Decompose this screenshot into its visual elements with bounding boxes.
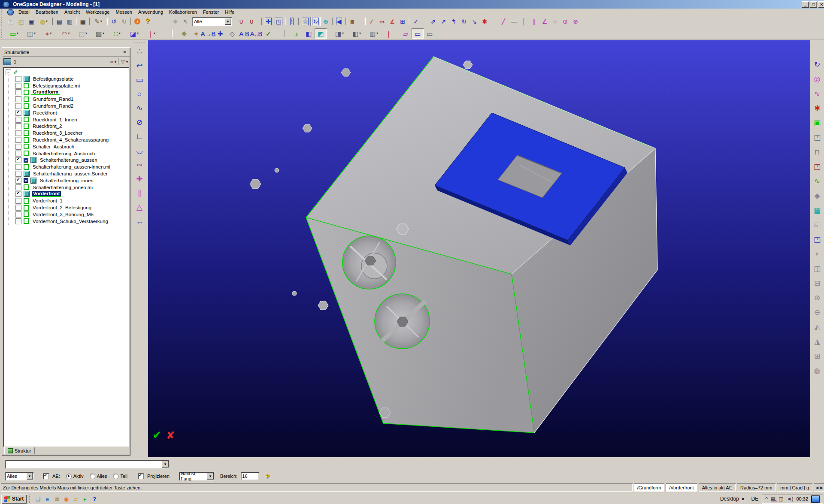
- status-field-grundform[interactable]: /Grundform: [634, 483, 665, 492]
- help-icon[interactable]: ?: [142, 17, 153, 26]
- tree-item[interactable]: Rueckfront_2: [9, 123, 129, 130]
- tab-struktur[interactable]: Struktur: [4, 447, 35, 454]
- pan-view-icon[interactable]: ✚: [263, 17, 273, 26]
- visibility-checkbox[interactable]: [15, 211, 21, 217]
- save-icon[interactable]: ▣: [26, 17, 36, 26]
- fix-position-icon[interactable]: ✱: [479, 17, 490, 26]
- menu-messen[interactable]: Messen: [112, 9, 135, 15]
- paste-icon[interactable]: ▥: [64, 17, 75, 26]
- section-view-icon[interactable]: ◧: [303, 28, 315, 39]
- collapse-icon[interactable]: −: [6, 69, 11, 75]
- launch-help-icon[interactable]: ?: [90, 495, 99, 503]
- center-view-icon[interactable]: !: [287, 17, 297, 26]
- toolbar-grip[interactable]: [1, 17, 4, 26]
- toolbar-grip[interactable]: [1, 29, 4, 38]
- visibility-checkbox[interactable]: [15, 151, 21, 157]
- visibility-checkbox[interactable]: [15, 144, 21, 150]
- extrude-tool-icon[interactable]: ◳: [811, 131, 823, 143]
- launch-mail-icon[interactable]: ✉: [52, 495, 61, 503]
- stamp-tool-icon[interactable]: ◫: [811, 263, 823, 275]
- cancel-x-button[interactable]: ✘: [166, 429, 175, 441]
- tree-item[interactable]: Schalterhalterung_aussen.Sonder: [9, 170, 129, 177]
- status-field-radius[interactable]: Radius=72 mm: [737, 483, 776, 492]
- status-field-units[interactable]: mm | Grad | g: [777, 483, 812, 492]
- sketch-freehand-icon[interactable]: ∾: [133, 158, 146, 171]
- tree-item[interactable]: Schalterhalterung_aussen-innen.mi: [9, 163, 129, 170]
- sketch-hline-icon[interactable]: —: [509, 17, 519, 26]
- zoom-window-icon[interactable]: ◳: [273, 17, 284, 26]
- tree-item[interactable]: Befestigungsplatte.mi: [9, 82, 129, 89]
- punch-tool-icon[interactable]: ⊟: [811, 277, 823, 289]
- chevron-icon[interactable]: »: [742, 496, 745, 502]
- status-field-scope[interactable]: Alles in akt AE: [699, 483, 736, 492]
- visibility-checkbox[interactable]: [15, 83, 21, 89]
- sketch-vline-icon[interactable]: │: [519, 17, 529, 26]
- structure-list-icon[interactable]: ∴: [133, 45, 146, 58]
- pattern-icon[interactable]: ∷: [109, 28, 126, 39]
- tree-item[interactable]: Schalterhalterung_innen: [9, 177, 129, 184]
- pick-filter-icon[interactable]: ↖: [180, 17, 191, 26]
- radio-alles[interactable]: Alles: [90, 474, 107, 479]
- previous-view-icon[interactable]: ◀: [334, 17, 344, 26]
- machine-polyline-icon[interactable]: ↩: [133, 59, 146, 72]
- toolbar-grip[interactable]: [1, 9, 4, 15]
- select-elements-icon[interactable]: ☆: [300, 17, 310, 26]
- ae-checkbox[interactable]: [43, 473, 49, 479]
- relate-ab-icon[interactable]: A..B: [250, 28, 262, 39]
- bereich-input[interactable]: 16: [241, 472, 259, 480]
- sketch-corner-icon[interactable]: ∟: [133, 130, 146, 143]
- solid-box-icon[interactable]: ▦: [91, 28, 109, 39]
- info-icon[interactable]: i: [132, 17, 142, 26]
- close-button[interactable]: ✕: [818, 1, 824, 8]
- revolve-tool-icon[interactable]: ↻: [811, 58, 823, 70]
- visibility-checkbox[interactable]: [15, 184, 21, 190]
- highlight-spray-icon[interactable]: ✳: [170, 17, 180, 26]
- tree-item[interactable]: Rueckfront_4_Schalteraussparung: [9, 136, 129, 143]
- taskbar-grip[interactable]: [29, 495, 32, 504]
- tree-item[interactable]: Grundform: [9, 89, 129, 96]
- curve-pattern-icon[interactable]: ∿: [811, 88, 823, 100]
- tree-item[interactable]: Schalterhalterung_innen.mi: [9, 184, 129, 191]
- maximize-button[interactable]: □: [810, 1, 817, 8]
- tree-item[interactable]: Vorderfront_3_Bohrung_M5: [9, 211, 129, 218]
- projizieren-checkbox[interactable]: [138, 473, 144, 479]
- launch-media-icon[interactable]: ▸: [81, 495, 89, 503]
- offset-part-icon[interactable]: ↘: [469, 17, 479, 26]
- tree-item[interactable]: Schalter_Ausbruch: [9, 143, 129, 150]
- calculator-icon[interactable]: ⊞: [397, 17, 408, 26]
- tree-item[interactable]: Rueckfront: [9, 109, 129, 116]
- workplane-icon[interactable]: ▣: [811, 117, 823, 129]
- sketch-trim-icon[interactable]: ✚: [133, 172, 146, 185]
- tray-network-icon[interactable]: ◫: [779, 496, 783, 502]
- circle-pattern-icon[interactable]: ◎: [811, 73, 823, 85]
- title-bar[interactable]: OneSpace Designer - Modeling - [1] _□✕: [0, 0, 824, 9]
- tray-volume-icon[interactable]: ◄): [787, 496, 794, 502]
- tree-item[interactable]: Vorderfront_Schuko_Verstaerkung: [9, 218, 129, 225]
- release-tool-icon[interactable]: ✎: [91, 17, 106, 26]
- rename-ab-icon[interactable]: A→B: [202, 28, 214, 39]
- thicken-tool-icon[interactable]: ◗: [811, 248, 823, 260]
- bool-unite-icon[interactable]: ⊕: [811, 292, 823, 304]
- viewset-list-icon[interactable]: ▥: [365, 28, 382, 39]
- menu-anwendung[interactable]: Anwendung: [135, 9, 166, 15]
- compare-ab-icon[interactable]: A B: [238, 28, 250, 39]
- visibility-checkbox[interactable]: [15, 130, 21, 136]
- document-icon[interactable]: [7, 9, 14, 15]
- sketch-offset-icon[interactable]: ∥: [133, 187, 146, 199]
- launch-desktop-icon[interactable]: ❏: [33, 495, 42, 503]
- dimension-icon[interactable]: ↔: [133, 215, 146, 228]
- language-indicator[interactable]: DE: [751, 496, 759, 502]
- catch-magnet-icon[interactable]: ∪: [236, 17, 246, 26]
- combo-dropdown-icon[interactable]: ▼: [207, 473, 214, 480]
- sketch-spline-icon[interactable]: ∿: [133, 102, 146, 115]
- radio-teil[interactable]: Teil: [113, 474, 127, 479]
- tree-item[interactable]: Vorderfront: [9, 191, 129, 198]
- visibility-checkbox[interactable]: [15, 137, 21, 143]
- move-part-icon[interactable]: ↗: [438, 17, 448, 26]
- visibility-checkbox[interactable]: [15, 171, 21, 177]
- visibility-checkbox[interactable]: [15, 117, 21, 123]
- radio-aktiv[interactable]: Aktiv: [66, 474, 84, 479]
- close-icon[interactable]: ✕: [121, 49, 128, 55]
- box-select-icon[interactable]: ◇: [226, 28, 238, 39]
- menu-ansicht[interactable]: Ansicht: [61, 9, 83, 15]
